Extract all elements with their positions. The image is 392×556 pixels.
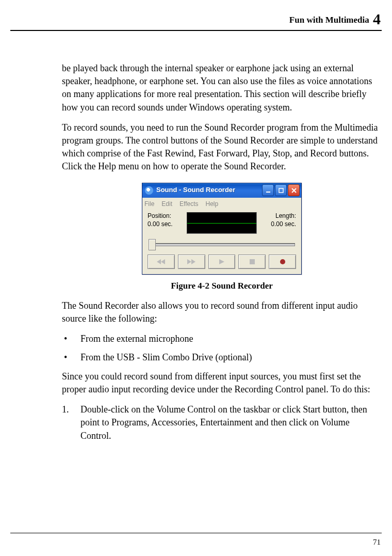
seek-slider[interactable] bbox=[149, 238, 295, 250]
menubar: File Edit Effects Help bbox=[142, 198, 301, 211]
body-content: be played back through the internal spea… bbox=[62, 62, 382, 442]
svg-marker-5 bbox=[191, 259, 195, 264]
section-title: Fun with Multimedia bbox=[289, 15, 369, 25]
waveform-display bbox=[187, 212, 257, 234]
position-label: Position: bbox=[148, 212, 184, 220]
footer-rule bbox=[10, 533, 382, 533]
play-icon bbox=[219, 259, 224, 264]
svg-rect-0 bbox=[266, 192, 270, 193]
record-button[interactable] bbox=[269, 255, 296, 269]
svg-marker-6 bbox=[219, 259, 224, 264]
close-button[interactable] bbox=[288, 184, 300, 196]
minimize-button[interactable] bbox=[262, 184, 274, 196]
rewind-icon bbox=[157, 259, 165, 264]
paragraph: To record sounds, you need to run the So… bbox=[62, 121, 382, 173]
length-readout: Length: 0.00 sec. bbox=[260, 212, 296, 234]
menu-effects[interactable]: Effects bbox=[179, 200, 198, 209]
svg-rect-7 bbox=[250, 259, 255, 264]
figure-caption: Figure 4-2 Sound Recorder bbox=[62, 280, 382, 292]
menu-help[interactable]: Help bbox=[206, 200, 219, 209]
length-label: Length: bbox=[260, 212, 296, 220]
position-readout: Position: 0.00 sec. bbox=[148, 212, 184, 234]
page-number: 71 bbox=[373, 538, 381, 547]
forward-icon bbox=[187, 259, 195, 264]
menu-edit[interactable]: Edit bbox=[161, 200, 172, 209]
paragraph: The Sound Recorder also allows you to re… bbox=[62, 299, 382, 325]
svg-marker-3 bbox=[161, 259, 165, 264]
paragraph: be played back through the internal spea… bbox=[62, 62, 382, 114]
paragraph: Since you could record sound from differ… bbox=[62, 370, 382, 396]
position-value: 0.00 sec. bbox=[148, 220, 184, 229]
menu-file[interactable]: File bbox=[144, 200, 154, 209]
figure-sound-recorder: Sound - Sound Recorder File bbox=[62, 183, 382, 275]
stop-button[interactable] bbox=[238, 255, 266, 269]
sound-recorder-window: Sound - Sound Recorder File bbox=[142, 183, 302, 275]
window-title: Sound - Sound Recorder bbox=[156, 185, 262, 195]
svg-marker-4 bbox=[187, 259, 191, 264]
running-header: Fun with Multimedia 4 bbox=[62, 10, 382, 28]
bullet-list: From the external microphone From the US… bbox=[62, 332, 382, 363]
forward-button[interactable] bbox=[178, 255, 205, 269]
header-rule bbox=[10, 30, 382, 31]
maximize-button[interactable] bbox=[275, 184, 287, 196]
chapter-number: 4 bbox=[373, 10, 381, 27]
app-icon bbox=[145, 186, 153, 195]
list-item: From the USB - Slim Combo Drive (optiona… bbox=[62, 351, 382, 364]
record-icon bbox=[280, 259, 285, 264]
svg-rect-1 bbox=[279, 188, 283, 193]
stop-icon bbox=[250, 259, 255, 264]
play-button[interactable] bbox=[208, 255, 236, 269]
titlebar: Sound - Sound Recorder bbox=[142, 183, 301, 198]
svg-marker-2 bbox=[157, 259, 161, 264]
list-item: From the external microphone bbox=[62, 332, 382, 345]
length-value: 0.00 sec. bbox=[260, 220, 296, 229]
list-item: Double-click on the Volume Control on th… bbox=[62, 403, 382, 442]
rewind-button[interactable] bbox=[148, 255, 175, 269]
numbered-list: Double-click on the Volume Control on th… bbox=[62, 403, 382, 442]
